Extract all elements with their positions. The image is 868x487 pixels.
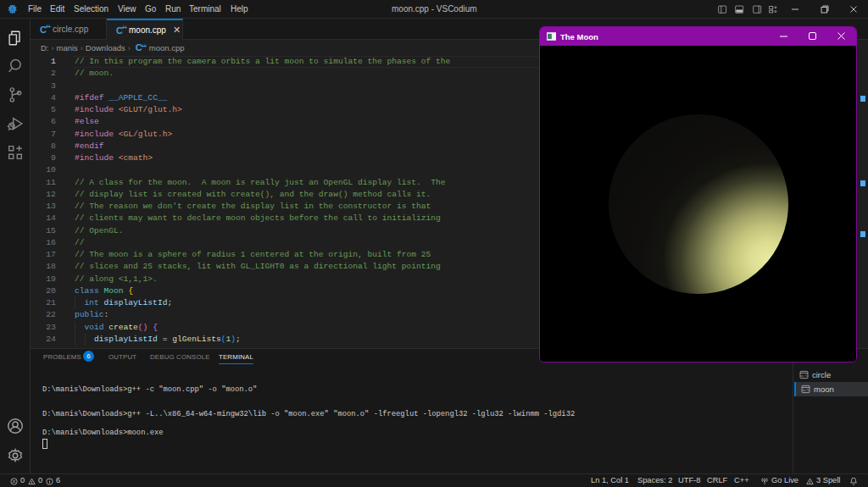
svg-text:C:\: C:\ — [803, 389, 810, 392]
svg-text:C:\: C:\ — [801, 374, 808, 378]
